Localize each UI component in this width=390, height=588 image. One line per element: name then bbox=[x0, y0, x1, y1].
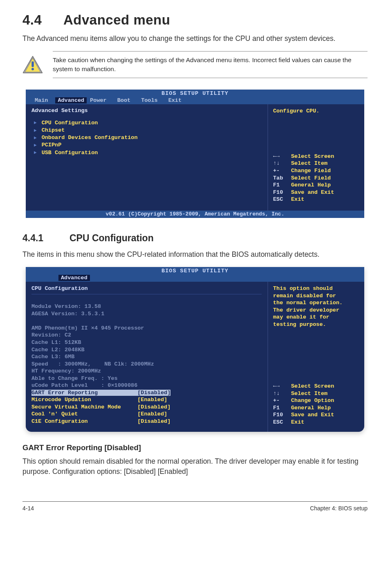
line: AGESA Version: 3.5.3.1 bbox=[31, 311, 104, 317]
bios-advanced-settings: BIOS SETUP UTILITY Main Advanced Power B… bbox=[26, 90, 364, 218]
key-desc: Change Option bbox=[291, 397, 334, 404]
page-title: 4.4Advanced menu bbox=[22, 12, 368, 28]
caution-block: Take caution when changing the settings … bbox=[22, 51, 368, 78]
key: F10 bbox=[273, 411, 291, 419]
bios-item-usb[interactable]: ▶USB Configuration bbox=[34, 149, 262, 157]
subsection-number: 4.4.1 bbox=[22, 233, 69, 244]
line: Cache L3: 6MB bbox=[31, 354, 74, 360]
bios-item-pcipnp[interactable]: ▶PCIPnP bbox=[34, 141, 262, 149]
intro-text: The Advanced menu items allow you to cha… bbox=[22, 34, 368, 44]
key: F1 bbox=[273, 404, 291, 412]
bios2-title: BIOS SETUP UTILITY bbox=[26, 267, 364, 275]
bios-title: BIOS SETUP UTILITY bbox=[26, 90, 364, 97]
bios2-key-help: ←→Select Screen ↑↓Select Item +-Change O… bbox=[273, 383, 360, 426]
line: AMD Phenom(tm) II ×4 945 Processor bbox=[31, 325, 144, 331]
bios2-right-panel: This option should remain disabled for t… bbox=[268, 282, 364, 431]
bios-tab-tools[interactable]: Tools bbox=[138, 97, 165, 103]
key-desc: Save and Exit bbox=[291, 411, 334, 419]
subsection-text: CPU Configuration bbox=[69, 233, 154, 243]
bios-tab-advanced[interactable]: Advanced bbox=[55, 97, 87, 103]
bios-item-label: PCIPnP bbox=[42, 141, 62, 149]
line: Cache L1: 512KB bbox=[31, 339, 81, 346]
triangle-icon: ▶ bbox=[34, 150, 37, 156]
svg-point-3 bbox=[31, 68, 34, 70]
key: +- bbox=[273, 167, 291, 175]
footer-left: 4-14 bbox=[22, 505, 34, 512]
bios2-tab-advanced[interactable]: Advanced bbox=[58, 275, 90, 281]
bios-cpu-configuration: BIOS SETUP UTILITY Advanced CPU Configur… bbox=[26, 267, 364, 431]
line: Speed : 3000MHz, NB Clk: 2000MHz bbox=[31, 361, 154, 367]
title-number: 4.4 bbox=[22, 12, 63, 28]
bios2-left-panel: CPU Configuration Module Version: 13.58 … bbox=[26, 282, 268, 431]
bios-item-label: CPU Configuration bbox=[42, 119, 98, 127]
key: ↑↓ bbox=[273, 390, 291, 397]
bios-heading: Advanced Settings bbox=[31, 108, 262, 114]
bios-left-panel: Advanced Settings ▶CPU Configuration ▶Ch… bbox=[26, 104, 268, 211]
key-desc: Select Item bbox=[291, 390, 327, 397]
line: uCode Patch Level : 0×1000086 bbox=[31, 382, 137, 388]
key-desc: Exit bbox=[291, 419, 304, 426]
bios-item-svm[interactable]: Secure Virtual Machine Mode [Disabled] bbox=[31, 404, 170, 410]
bios-tab-boot[interactable]: Boot bbox=[114, 97, 138, 103]
key: ←→ bbox=[273, 383, 291, 390]
bios-tab-power[interactable]: Power bbox=[87, 97, 114, 103]
bios-right-panel: Configure CPU. ←→Select Screen ↑↓Select … bbox=[268, 104, 364, 211]
bios-key-help: ←→Select Screen ↑↓Select Item +-Change F… bbox=[273, 153, 360, 203]
triangle-icon: ▶ bbox=[34, 120, 37, 126]
bios-item-coolnquiet[interactable]: Cool 'n' Quiet [Enabled] bbox=[31, 411, 167, 417]
title-text: Advanced menu bbox=[63, 12, 170, 27]
key-desc: Save and Exit bbox=[291, 189, 334, 196]
bios-item-label: Onboard Devices Configuration bbox=[42, 134, 138, 141]
key-desc: Select Field bbox=[291, 175, 331, 182]
bios-item-cpu-config[interactable]: ▶CPU Configuration bbox=[34, 119, 262, 127]
bios-item-label: USB Configuration bbox=[42, 149, 98, 157]
bios-item-onboard[interactable]: ▶Onboard Devices Configuration bbox=[34, 134, 262, 141]
bios2-heading: CPU Configuration bbox=[31, 285, 88, 292]
caution-icon bbox=[22, 56, 43, 74]
bios2-tab-row: Advanced bbox=[26, 275, 364, 282]
subsection-441: 4.4.1CPU Configuration bbox=[22, 233, 368, 244]
bios-item-gart-error[interactable]: GART Error Reporting [Disabled] bbox=[31, 390, 170, 396]
gart-text: This option should remain disabled for t… bbox=[22, 456, 368, 477]
key-desc: Select Screen bbox=[291, 153, 334, 160]
line: Able to Change Freq. : Yes bbox=[31, 375, 118, 382]
key-desc: Select Screen bbox=[291, 383, 334, 390]
bios-tab-exit[interactable]: Exit bbox=[165, 97, 189, 103]
key-desc: Exit bbox=[291, 196, 304, 203]
bios2-help-text: This option should remain disabled for t… bbox=[273, 285, 360, 328]
subsection-desc: The items in this menu show the CPU-rela… bbox=[22, 249, 368, 260]
bios-help-text: Configure CPU. bbox=[273, 108, 360, 115]
bios-copyright: v02.61 (C)Copyright 1985-2009, American … bbox=[26, 211, 364, 218]
bios-tab-main[interactable]: Main bbox=[31, 97, 55, 103]
bios-item-c1e[interactable]: C1E Configuration [Disabled] bbox=[31, 418, 170, 424]
key: ↑↓ bbox=[273, 160, 291, 167]
key: ESC bbox=[273, 196, 291, 203]
key: Tab bbox=[273, 175, 291, 182]
key-desc: General Help bbox=[291, 182, 331, 189]
key: ←→ bbox=[273, 153, 291, 160]
key: F1 bbox=[273, 182, 291, 189]
bios-item-label: Chipset bbox=[42, 127, 65, 134]
key-desc: General Help bbox=[291, 404, 331, 412]
line: Revision: C2 bbox=[31, 332, 71, 338]
bios-item-chipset[interactable]: ▶Chipset bbox=[34, 127, 262, 134]
key-desc: Change Field bbox=[291, 167, 331, 175]
line: HT Frequency: 2000MHz bbox=[31, 368, 101, 374]
key: ESC bbox=[273, 419, 291, 426]
gart-heading: GART Error Reporting [Disabled] bbox=[22, 443, 368, 452]
caution-text: Take caution when changing the settings … bbox=[53, 51, 368, 78]
triangle-icon: ▶ bbox=[34, 142, 37, 148]
footer-right: Chapter 4: BIOS setup bbox=[310, 505, 368, 512]
key-desc: Select Item bbox=[291, 160, 327, 167]
svg-rect-2 bbox=[31, 61, 34, 67]
line: Cache L2: 2048KB bbox=[31, 347, 85, 353]
page-footer: 4-14 Chapter 4: BIOS setup bbox=[22, 501, 368, 512]
bios-item-microcode[interactable]: Microcode Updation [Enabled] bbox=[31, 397, 167, 403]
triangle-icon: ▶ bbox=[34, 135, 37, 141]
triangle-icon: ▶ bbox=[34, 128, 37, 134]
line: Module Version: 13.58 bbox=[31, 303, 101, 310]
key: F10 bbox=[273, 189, 291, 196]
key: +- bbox=[273, 397, 291, 404]
bios-tab-row: Main Advanced Power Boot Tools Exit bbox=[26, 97, 364, 104]
